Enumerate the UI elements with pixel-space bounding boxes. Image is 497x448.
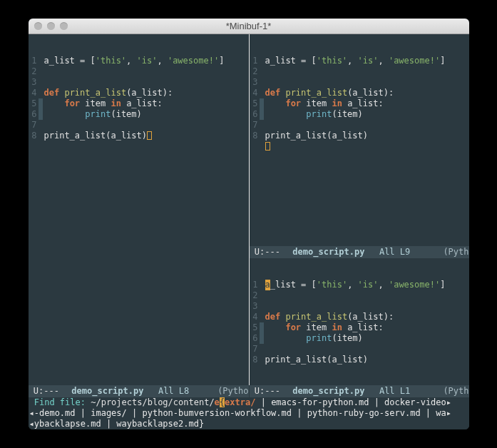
line-number: 8 bbox=[250, 131, 260, 141]
line-text[interactable]: for item in a_list: bbox=[264, 322, 384, 333]
line-text[interactable]: print(item) bbox=[43, 109, 142, 120]
code-line[interactable]: 7 bbox=[250, 344, 469, 355]
line-text[interactable]: for item in a_list: bbox=[264, 98, 384, 109]
line-text[interactable]: print_a_list(a_list) bbox=[264, 131, 369, 141]
line-text[interactable]: a_list = ['this', 'is', 'awesome!'] bbox=[264, 56, 446, 66]
pane-right-top[interactable]: 1a_list = ['this', 'is', 'awesome!']234d… bbox=[250, 34, 469, 246]
chevron-right-icon: ▸ bbox=[446, 397, 451, 407]
line-number: 4 bbox=[250, 88, 260, 98]
modeline-right-top: U:--- demo_script.py All L9 (Pyth bbox=[250, 246, 469, 258]
code-right-top[interactable]: 1a_list = ['this', 'is', 'awesome!']234d… bbox=[250, 54, 469, 152]
major-mode: (Pyth bbox=[443, 385, 468, 397]
code-line[interactable]: 4def print_a_list(a_list): bbox=[250, 312, 469, 322]
line-text[interactable] bbox=[264, 290, 265, 301]
line-number: 1 bbox=[29, 56, 39, 66]
ido-option[interactable]: docker-video bbox=[384, 397, 446, 407]
code-line[interactable]: 8print_a_list(a_list) bbox=[29, 131, 249, 141]
code-line[interactable]: 5 for item in a_list: bbox=[29, 98, 249, 109]
status: U:--- bbox=[34, 385, 59, 397]
line-text[interactable]: def print_a_list(a_list): bbox=[264, 312, 394, 322]
line-text[interactable]: print_a_list(a_list) bbox=[43, 131, 153, 141]
code-line[interactable]: 4def print_a_list(a_list): bbox=[250, 88, 469, 98]
code-line[interactable]: 2 bbox=[250, 290, 469, 301]
cursor-icon: a bbox=[265, 280, 270, 290]
minibuf-row[interactable]: ◂ybacklapse.md | waybacklapse2.md} bbox=[29, 419, 468, 429]
chevron-left-icon: ◂ bbox=[29, 419, 34, 429]
ido-first-match[interactable]: extra/ bbox=[225, 397, 255, 407]
code-line[interactable]: 7 bbox=[29, 120, 249, 131]
status: U:--- bbox=[255, 246, 280, 258]
filename: demo_script.py bbox=[290, 385, 367, 397]
code-line[interactable]: 4def print_a_list(a_list): bbox=[29, 88, 249, 98]
code-line[interactable]: 7 bbox=[250, 120, 469, 131]
filename: demo_script.py bbox=[290, 246, 367, 258]
code-line[interactable]: 3 bbox=[29, 77, 249, 88]
line-text[interactable] bbox=[43, 77, 44, 88]
line-number: 1 bbox=[250, 280, 260, 290]
pane-left[interactable]: 1a_list = ['this', 'is', 'awesome!']234d… bbox=[29, 34, 249, 385]
ido-option[interactable]: images/ bbox=[91, 408, 127, 418]
line-text[interactable] bbox=[43, 120, 44, 131]
code-line[interactable]: 1a_list = ['this', 'is', 'awesome!'] bbox=[250, 280, 469, 290]
ido-option[interactable]: emacs-for-python.md bbox=[271, 397, 369, 407]
titlebar: *Minibuf-1* bbox=[29, 19, 469, 34]
minibuf-row[interactable]: ◂-demo.md | images/ | python-bumversion-… bbox=[29, 408, 468, 419]
ido-option[interactable]: ybacklapse.md bbox=[34, 419, 101, 429]
line-text[interactable]: print(item) bbox=[264, 109, 363, 120]
code-line[interactable]: 5 for item in a_list: bbox=[250, 98, 469, 109]
line-number: 8 bbox=[29, 131, 39, 141]
line-text[interactable] bbox=[43, 66, 44, 77]
code-right-bottom[interactable]: 1a_list = ['this', 'is', 'awesome!']234d… bbox=[250, 278, 469, 365]
ido-option[interactable]: -demo.md bbox=[34, 408, 76, 418]
modeline-left: U:--- demo_script.py All L8 (Pytho bbox=[29, 385, 249, 397]
line-number: 6 bbox=[29, 109, 39, 120]
line-text[interactable]: a_list = ['this', 'is', 'awesome!'] bbox=[43, 56, 225, 66]
code-left[interactable]: 1a_list = ['this', 'is', 'awesome!']234d… bbox=[29, 54, 249, 141]
ido-option[interactable]: wa bbox=[436, 408, 446, 418]
code-line[interactable]: 2 bbox=[29, 66, 249, 77]
line-text[interactable]: for item in a_list: bbox=[43, 98, 163, 109]
line-text[interactable]: a_list = ['this', 'is', 'awesome!'] bbox=[264, 280, 446, 290]
code-line[interactable]: 5 for item in a_list: bbox=[250, 322, 469, 333]
line-text[interactable] bbox=[264, 344, 265, 355]
chevron-right-icon: ▸ bbox=[446, 408, 451, 418]
line-number: 3 bbox=[250, 301, 260, 312]
ido-option[interactable]: python-bumversion-workflow.md bbox=[142, 408, 292, 418]
major-mode: (Pytho bbox=[217, 385, 248, 397]
code-line[interactable]: 6 print(item) bbox=[29, 109, 249, 120]
line-number: 5 bbox=[250, 322, 260, 333]
minibuffer-input[interactable]: ~/projects/blog/content/ bbox=[91, 397, 214, 407]
line-number: 7 bbox=[29, 120, 39, 131]
line-text[interactable]: def print_a_list(a_list): bbox=[264, 88, 394, 98]
code-line[interactable]: 6 print(item) bbox=[250, 109, 469, 120]
pane-right-bottom[interactable]: 1a_list = ['this', 'is', 'awesome!']234d… bbox=[250, 258, 469, 385]
line-text[interactable] bbox=[264, 77, 265, 88]
line-number: 2 bbox=[29, 66, 39, 77]
line-text[interactable]: print_a_list(a_list) bbox=[264, 355, 369, 365]
line-number: 1 bbox=[250, 56, 260, 66]
minibuffer[interactable]: Find file: ~/projects/blog/content/e{ext… bbox=[29, 397, 469, 429]
ido-option[interactable]: waybacklapse2.md} bbox=[116, 419, 204, 429]
line-text[interactable] bbox=[264, 120, 265, 131]
line-number: 2 bbox=[250, 66, 260, 77]
code-line[interactable]: 1a_list = ['this', 'is', 'awesome!'] bbox=[29, 56, 249, 66]
bottom-modelines: U:--- demo_script.py All L8 (Pytho U:---… bbox=[29, 385, 469, 397]
code-line[interactable]: 8print_a_list(a_list) bbox=[250, 355, 469, 365]
code-line[interactable]: 2 bbox=[250, 66, 469, 77]
ido-option[interactable]: python-ruby-go-serv.md bbox=[307, 408, 421, 418]
line-number: 7 bbox=[250, 344, 260, 355]
code-line[interactable]: 6 print(item) bbox=[250, 333, 469, 344]
code-line[interactable]: 3 bbox=[250, 77, 469, 88]
line-text[interactable] bbox=[264, 66, 265, 77]
editor-area: 1a_list = ['this', 'is', 'awesome!']234d… bbox=[29, 34, 469, 429]
major-mode: (Pyth bbox=[443, 246, 468, 258]
line-text[interactable] bbox=[264, 301, 265, 312]
code-line[interactable]: 1a_list = ['this', 'is', 'awesome!'] bbox=[250, 56, 469, 66]
code-line[interactable]: 3 bbox=[250, 301, 469, 312]
line-text[interactable]: def print_a_list(a_list): bbox=[43, 88, 173, 98]
code-line[interactable]: 8print_a_list(a_list) bbox=[250, 131, 469, 141]
line-number: 4 bbox=[29, 88, 39, 98]
line-text[interactable]: print(item) bbox=[264, 333, 363, 344]
line-number: 6 bbox=[250, 333, 260, 344]
minibuf-row[interactable]: Find file: ~/projects/blog/content/e{ext… bbox=[29, 397, 468, 408]
